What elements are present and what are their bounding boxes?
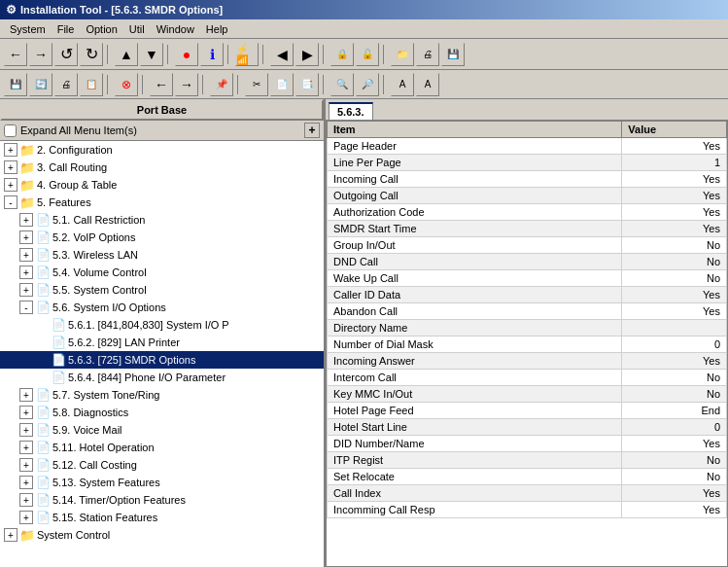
table-row[interactable]: DID Number/NameYes (328, 436, 727, 452)
refresh-button[interactable]: 🔄 (29, 73, 52, 96)
toggle-gt4[interactable]: + (4, 178, 17, 192)
toggle-cr3[interactable]: + (4, 160, 17, 174)
tree-item-cr51[interactable]: +📄5.1. Call Restriction (0, 211, 324, 229)
zoom-button[interactable]: 🔎 (356, 73, 379, 96)
save2-button[interactable]: 💾 (4, 73, 27, 96)
menu-help[interactable]: Help (200, 22, 234, 36)
tree-item-diag58[interactable]: +📄5.8. Diagnostics (0, 404, 324, 421)
toggle-cfg2[interactable]: + (4, 143, 17, 157)
expand-checkbox[interactable] (4, 124, 17, 137)
table-row[interactable]: Group In/OutNo (328, 237, 727, 254)
table-row[interactable]: Call IndexYes (328, 485, 727, 502)
folder-button[interactable]: 📁 (391, 43, 414, 66)
toggle-vo52[interactable]: + (19, 230, 33, 244)
tree-item-vm59[interactable]: +📄5.9. Voice Mail (0, 421, 324, 439)
tree-item-sio561[interactable]: 📄5.6.1. [841,804,830] System I/O P (0, 316, 324, 334)
toggle-sio56[interactable]: - (19, 301, 33, 314)
tree-item-gt4[interactable]: +📁4. Group & Table (0, 176, 324, 194)
tree-item-cr3[interactable]: +📁3. Call Routing (0, 159, 324, 176)
tree-item-phone564[interactable]: 📄5.6.4. [844] Phone I/O Parameter (0, 369, 324, 386)
toggle-cc512[interactable]: + (19, 458, 33, 472)
table-row[interactable]: Directory Name (328, 320, 727, 337)
tab-563[interactable]: 5.6.3. (329, 102, 373, 120)
clipboard-button[interactable]: 📋 (80, 73, 103, 96)
save-button[interactable]: 💾 (441, 43, 465, 66)
tree-item-cc512[interactable]: +📄5.12. Call Costing (0, 456, 324, 474)
down-button[interactable]: ▼ (140, 43, 163, 66)
table-row[interactable]: Incoming AnswerYes (328, 353, 727, 370)
nav-right-button[interactable]: ▶ (295, 43, 319, 66)
stop2-button[interactable]: ⊗ (115, 73, 138, 96)
stop-button[interactable]: ● (175, 43, 198, 66)
table-row[interactable]: ITP RegistNo (328, 452, 727, 469)
search-button[interactable]: 🔍 (330, 73, 354, 96)
nav2-right-button[interactable]: → (175, 73, 198, 96)
lock-button[interactable]: 🔒 (330, 43, 354, 66)
toggle-st515[interactable]: + (19, 511, 33, 524)
menu-file[interactable]: File (52, 22, 81, 36)
table-row[interactable]: Key MMC In/OutNo (328, 386, 727, 403)
toggle-ft5[interactable]: - (4, 195, 17, 209)
toggle-to514[interactable]: + (19, 493, 33, 507)
menu-system[interactable]: System (4, 22, 52, 36)
table-row[interactable]: Incomming Call RespYes (328, 502, 727, 518)
toggle-sf513[interactable]: + (19, 476, 33, 489)
tree-container[interactable]: +📁2. Configuration+📁3. Call Routing+📁4. … (0, 141, 324, 567)
tree-item-str57[interactable]: +📄5.7. System Tone/Ring (0, 386, 324, 404)
tree-item-sysc_bottom[interactable]: +📁System Control (0, 526, 324, 544)
tree-item-sc55[interactable]: +📄5.5. System Control (0, 281, 324, 299)
forward-button[interactable]: → (29, 43, 52, 66)
toggle-wl53[interactable]: + (19, 248, 33, 262)
menu-window[interactable]: Window (151, 22, 200, 36)
toggle-diag58[interactable]: + (19, 406, 33, 419)
connect-button[interactable]: ⚡📶 (235, 43, 259, 66)
table-row[interactable]: Incoming CallYes (328, 171, 727, 188)
nav-left-button[interactable]: ◀ (270, 43, 294, 66)
paste-button[interactable]: 📑 (295, 73, 319, 96)
toggle-vm59[interactable]: + (19, 423, 33, 437)
tree-item-cfg2[interactable]: +📁2. Configuration (0, 141, 324, 159)
pin-button[interactable]: 📌 (210, 73, 233, 96)
print2-button[interactable]: 🖨 (54, 73, 78, 96)
toggle-cr51[interactable]: + (19, 213, 33, 227)
nav2-left-button[interactable]: ← (150, 73, 173, 96)
redo-button[interactable]: ↻ (80, 43, 103, 66)
tree-item-ft5[interactable]: -📁5. Features (0, 194, 324, 211)
table-row[interactable]: Wake Up CallNo (328, 270, 727, 287)
table-row[interactable]: Hotel Page FeedEnd (328, 403, 727, 419)
print-button[interactable]: 🖨 (416, 43, 439, 66)
undo-button[interactable]: ↺ (54, 43, 78, 66)
table-row[interactable]: Intercom CallNo (328, 370, 727, 386)
tree-item-sio56[interactable]: -📄5.6. System I/O Options (0, 299, 324, 316)
toggle-sysc_bottom[interactable]: + (4, 528, 17, 542)
menu-option[interactable]: Option (80, 22, 122, 36)
expand-plus-button[interactable]: + (304, 123, 320, 138)
table-row[interactable]: Page HeaderYes (328, 138, 727, 155)
font1-button[interactable]: A (391, 73, 414, 96)
table-row[interactable]: Hotel Start Line0 (328, 419, 727, 436)
table-row[interactable]: Number of Dial Mask0 (328, 337, 727, 353)
toggle-sc55[interactable]: + (19, 283, 33, 297)
copy-button[interactable]: 📄 (270, 73, 294, 96)
font2-button[interactable]: A (416, 73, 439, 96)
up-button[interactable]: ▲ (115, 43, 138, 66)
tree-item-smdr563[interactable]: 📄5.6.3. [725] SMDR Options (0, 351, 324, 369)
tree-item-vc54[interactable]: +📄5.4. Volume Control (0, 264, 324, 281)
info-button[interactable]: ℹ (200, 43, 224, 66)
tree-item-sf513[interactable]: +📄5.13. System Features (0, 474, 324, 491)
table-row[interactable]: SMDR Start TimeYes (328, 221, 727, 237)
table-row[interactable]: Outgoing CallYes (328, 188, 727, 204)
table-row[interactable]: Line Per Page1 (328, 155, 727, 171)
menu-util[interactable]: Util (123, 22, 151, 36)
table-row[interactable]: Authorization CodeYes (328, 204, 727, 221)
tree-item-st515[interactable]: +📄5.15. Station Features (0, 509, 324, 526)
back-button[interactable]: ← (4, 43, 27, 66)
toggle-str57[interactable]: + (19, 388, 33, 402)
table-row[interactable]: DND CallNo (328, 254, 727, 270)
table-row[interactable]: Abandon CallYes (328, 303, 727, 320)
table-row[interactable]: Caller ID DataYes (328, 287, 727, 303)
tree-item-ho511[interactable]: +📄5.11. Hotel Operation (0, 439, 324, 456)
toggle-ho511[interactable]: + (19, 441, 33, 454)
tree-item-vo52[interactable]: +📄5.2. VoIP Options (0, 229, 324, 246)
unlock-button[interactable]: 🔓 (356, 43, 379, 66)
